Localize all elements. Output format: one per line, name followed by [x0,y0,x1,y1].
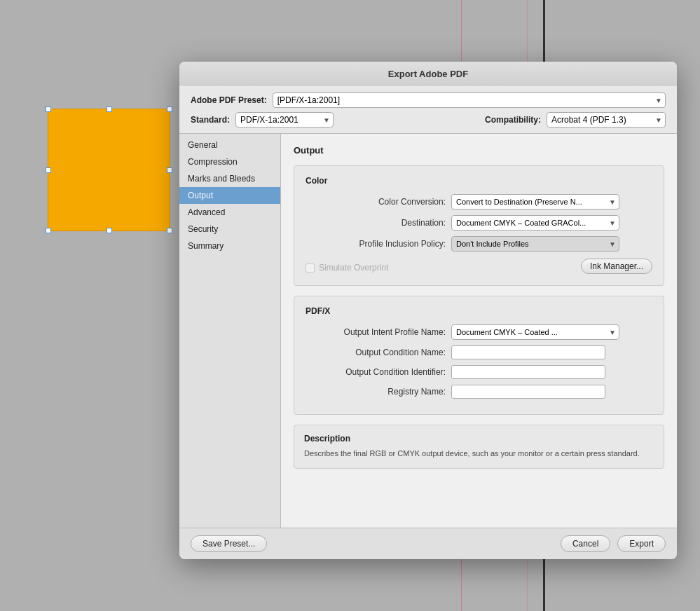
destination-label: Destination: [306,218,446,228]
simulate-overprint-row: Simulate Overprint [306,263,388,273]
preset-label: Adobe PDF Preset: [191,95,267,105]
color-conversion-select-wrapper: Convert to Destination (Preserve N... ▼ [451,194,619,210]
sidebar-item-output[interactable]: Output [179,187,280,204]
description-text: Describes the final RGB or CMYK output d… [304,448,654,460]
handle-tl[interactable] [46,107,51,112]
output-condition-name-input[interactable] [451,345,605,359]
output-intent-row: Output Intent Profile Name: Document CMY… [306,324,652,340]
standard-label: Standard: [191,115,230,125]
handle-mr[interactable] [167,167,172,173]
color-section: Color Color Conversion: Convert to Desti… [294,165,664,286]
sidebar-item-security[interactable]: Security [179,221,280,238]
sidebar-item-marks-and-bleeds[interactable]: Marks and Bleeds [179,170,280,187]
description-title: Description [304,434,654,444]
color-conversion-label: Color Conversion: [306,197,446,207]
compatibility-label: Compatibility: [485,115,541,125]
export-pdf-dialog: Export Adobe PDF Adobe PDF Preset: [PDF/… [179,62,677,559]
main-content: Output Color Color Conversion: Convert t… [281,134,677,528]
handle-bm[interactable] [107,228,112,233]
sidebar-item-compression[interactable]: Compression [179,153,280,170]
registry-name-label: Registry Name: [306,387,446,397]
dialog-body: General Compression Marks and Bleeds Out… [179,133,677,528]
simulate-overprint-checkbox[interactable] [306,263,315,273]
profile-inclusion-select[interactable]: Don't Include Profiles [451,236,619,252]
sidebar-item-summary[interactable]: Summary [179,238,280,254]
preset-select[interactable]: [PDF/X-1a:2001] [273,92,666,108]
ink-manager-row: Simulate Overprint Ink Manager... [306,257,652,275]
output-intent-label: Output Intent Profile Name: [306,327,446,337]
standard-select-wrapper: PDF/X-1a:2001 ▼ [235,112,334,128]
handle-bl[interactable] [46,228,51,233]
section-title: Output [294,145,664,156]
pdfx-section-title: PDF/X [306,306,652,316]
compatibility-select[interactable]: Acrobat 4 (PDF 1.3) [547,112,666,128]
color-section-title: Color [306,176,652,186]
canvas-object[interactable] [48,109,170,231]
sidebar-item-general[interactable]: General [179,137,280,153]
sidebar-item-advanced[interactable]: Advanced [179,204,280,221]
color-conversion-select[interactable]: Convert to Destination (Preserve N... [451,194,619,210]
registry-name-row: Registry Name: [306,385,652,399]
destination-row: Destination: Document CMYK – Coated GRAC… [306,215,652,231]
destination-select-wrapper: Document CMYK – Coated GRACol... ▼ [451,215,619,231]
cancel-button[interactable]: Cancel [561,535,610,552]
handle-ml[interactable] [46,167,51,173]
dialog-title: Export Adobe PDF [179,62,677,85]
color-conversion-row: Color Conversion: Convert to Destination… [306,194,652,210]
dialog-footer: Save Preset... Cancel Export [179,528,677,559]
output-condition-id-row: Output Condition Identifier: [306,365,652,379]
output-condition-name-label: Output Condition Name: [306,348,446,357]
profile-inclusion-row: Profile Inclusion Policy: Don't Include … [306,236,652,252]
compatibility-select-wrapper: Acrobat 4 (PDF 1.3) ▼ [547,112,666,128]
profile-inclusion-select-wrapper: Don't Include Profiles ▼ [451,236,619,252]
pdfx-section: PDF/X Output Intent Profile Name: Docume… [294,296,664,415]
simulate-overprint-label: Simulate Overprint [319,263,388,273]
ink-manager-button[interactable]: Ink Manager... [581,259,652,274]
footer-right-buttons: Cancel Export [561,535,666,552]
output-intent-select-wrapper: Document CMYK – Coated ... ▼ [451,324,619,340]
output-condition-id-label: Output Condition Identifier: [306,367,446,377]
handle-br[interactable] [167,228,172,233]
preset-select-wrapper: [PDF/X-1a:2001] ▼ [273,92,666,108]
output-condition-name-row: Output Condition Name: [306,345,652,359]
standard-row: Standard: PDF/X-1a:2001 ▼ Compatibility:… [179,112,677,133]
save-preset-button[interactable]: Save Preset... [191,535,267,552]
output-intent-select[interactable]: Document CMYK – Coated ... [451,324,619,340]
description-section: Description Describes the final RGB or C… [294,425,664,469]
profile-inclusion-label: Profile Inclusion Policy: [306,239,446,249]
destination-select[interactable]: Document CMYK – Coated GRACol... [451,215,619,231]
standard-select[interactable]: PDF/X-1a:2001 [235,112,334,128]
compatibility-group: Compatibility: Acrobat 4 (PDF 1.3) ▼ [485,112,666,128]
output-condition-id-input[interactable] [451,365,605,379]
registry-name-input[interactable] [451,385,605,399]
sidebar: General Compression Marks and Bleeds Out… [179,134,281,528]
handle-tr[interactable] [167,107,172,112]
export-button[interactable]: Export [617,535,666,552]
handle-tm[interactable] [107,107,112,112]
preset-row: Adobe PDF Preset: [PDF/X-1a:2001] ▼ [179,85,677,112]
